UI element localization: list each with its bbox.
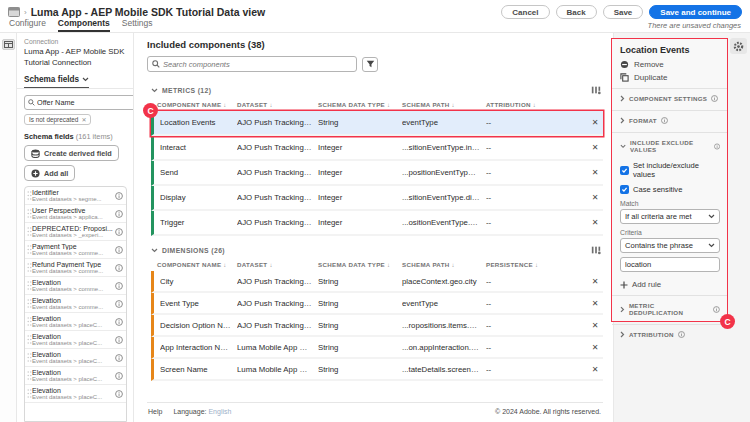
schema-field-item[interactable]: DEPRECATED: Proposi...Event datasets > _… (25, 223, 126, 241)
callout-c-panel: C (720, 314, 735, 329)
chevron-down-icon[interactable] (151, 248, 158, 253)
component-row[interactable]: Event TypeAJO Push Tracking Expe...Strin… (151, 293, 603, 315)
tab-configure[interactable]: Configure (9, 18, 46, 32)
column-header[interactable]: ATTRIBUTION↓ (486, 101, 587, 108)
components-filter-button[interactable] (362, 57, 378, 72)
info-icon[interactable] (115, 210, 123, 218)
info-icon[interactable] (115, 264, 123, 272)
component-row[interactable]: Screen NameLuma Mobile App Event...Strin… (151, 359, 603, 381)
column-settings-icon[interactable] (591, 85, 601, 95)
format-section[interactable]: FORMAT (620, 111, 720, 126)
add-rule-button[interactable]: Add rule (620, 280, 720, 289)
column-header[interactable]: SCHEMA PATH↓ (402, 101, 486, 108)
case-sensitive-checkbox[interactable]: Case sensitive (620, 185, 720, 194)
schema-field-item[interactable]: User PerspectiveEvent datasets > applica… (25, 205, 126, 223)
info-icon[interactable] (115, 192, 123, 200)
schema-field-item[interactable]: Payment TypeEvent datasets > comme... (25, 241, 126, 259)
remove-component-icon[interactable]: ✕ (587, 193, 603, 202)
column-header[interactable]: PERSISTENCE↓ (486, 261, 587, 268)
chevron-down-icon[interactable] (151, 88, 158, 93)
schema-field-item[interactable]: ElevationEvent datasets > comme... (25, 277, 126, 295)
chevron-down-icon (82, 77, 89, 82)
column-header[interactable]: DATASET↓ (237, 101, 318, 108)
remove-component-icon[interactable]: ✕ (587, 143, 603, 152)
column-header[interactable]: COMPONENT NAME↓ (157, 101, 237, 108)
info-icon[interactable] (115, 390, 123, 398)
info-icon[interactable] (115, 246, 123, 254)
include-exclude-section[interactable]: INCLUDE EXCLUDE VALUES (620, 133, 720, 155)
info-icon[interactable] (115, 318, 123, 326)
chevron-right-icon (620, 331, 625, 338)
tab-components[interactable]: Components (58, 18, 110, 32)
attribution-section[interactable]: ATTRIBUTION (620, 325, 720, 340)
remove-component-icon[interactable]: ✕ (587, 299, 603, 308)
remove-component-icon[interactable]: ✕ (587, 321, 603, 330)
duplicate-label: Duplicate (634, 73, 667, 82)
create-derived-field-button[interactable]: Create derived field (24, 145, 119, 161)
column-header[interactable]: SCHEMA DATA TYPE↓ (318, 261, 402, 268)
tab-settings[interactable]: Settings (122, 18, 153, 32)
remove-chip-icon[interactable]: ✕ (81, 116, 86, 123)
info-icon[interactable] (115, 228, 123, 236)
remove-component-icon[interactable]: ✕ (587, 277, 603, 286)
schema-field-item[interactable]: ElevationEvent datasets > comme... (25, 295, 126, 313)
column-header[interactable]: SCHEMA DATA TYPE↓ (318, 101, 402, 108)
schema-field-item[interactable]: ElevationEvent datasets > placeC... (25, 313, 126, 331)
schema-field-list: IdentifierEvent datasets > segme...User … (24, 186, 127, 422)
component-row[interactable]: InteractAJO Push Tracking Expe...Integer… (151, 136, 603, 161)
component-row[interactable]: DisplayAJO Push Tracking Expe...Integer.… (151, 186, 603, 211)
info-icon (713, 306, 720, 313)
match-select[interactable]: If all criteria are met (620, 209, 720, 224)
duplicate-component-button[interactable]: Duplicate (620, 73, 720, 82)
info-icon[interactable] (115, 336, 123, 344)
info-icon[interactable] (115, 354, 123, 362)
remove-component-icon[interactable]: ✕ (587, 118, 603, 127)
component-row[interactable]: SendAJO Push Tracking Expe...Integer...p… (151, 161, 603, 186)
schema-field-item[interactable]: IdentifierEvent datasets > segme... (25, 187, 126, 205)
settings-gear-button[interactable] (730, 38, 747, 54)
schema-field-item[interactable]: ElevationEvent datasets > placeC... (25, 367, 126, 385)
data-views-rail-icon[interactable] (2, 39, 15, 50)
schema-field-item[interactable]: ElevationEvent datasets > placeC... (25, 385, 126, 403)
column-header[interactable]: DATASET↓ (237, 261, 318, 268)
column-header[interactable]: SCHEMA PATH↓ (402, 261, 486, 268)
help-link[interactable]: Help (148, 408, 162, 415)
schema-field-item[interactable]: Refund Payment TypeEvent datasets > comm… (25, 259, 126, 277)
info-icon[interactable] (115, 372, 123, 380)
info-icon[interactable] (115, 300, 123, 308)
component-row[interactable]: App Interaction NameLuma Mobile App Even… (151, 337, 603, 359)
component-row[interactable]: Decision Option NameAJO Push Tracking Ex… (151, 315, 603, 337)
criteria-select[interactable]: Contains the phrase (620, 238, 720, 253)
column-settings-icon[interactable] (591, 245, 601, 255)
field-name: Elevation (32, 297, 115, 304)
language-value[interactable]: English (208, 408, 231, 415)
set-include-exclude-checkbox[interactable]: Set include/exclude values (620, 161, 720, 179)
filter-chip-not-deprecated[interactable]: Is not deprecated ✕ (24, 114, 91, 125)
back-button[interactable]: Back (556, 5, 597, 19)
components-search-input[interactable] (163, 60, 352, 69)
component-row[interactable]: CityAJO Push Tracking Expe...Stringplace… (151, 271, 603, 293)
unsaved-changes-note: There are unsaved changes (648, 21, 741, 32)
remove-component-icon[interactable]: ✕ (587, 168, 603, 177)
save-and-continue-button[interactable]: Save and continue (649, 5, 742, 19)
schema-search-input[interactable] (37, 98, 131, 107)
schema-field-item[interactable]: ElevationEvent datasets > placeC... (25, 331, 126, 349)
schema-field-item[interactable]: ElevationEvent datasets > placeC... (25, 349, 126, 367)
metric-deduplication-section[interactable]: METRIC DEDUPLICATION (620, 296, 720, 318)
component-settings-section[interactable]: COMPONENT SETTINGS (620, 89, 720, 104)
column-header[interactable]: COMPONENT NAME↓ (157, 261, 237, 268)
remove-component-icon[interactable]: ✕ (587, 365, 603, 374)
remove-component-button[interactable]: Remove (620, 60, 720, 69)
component-row[interactable]: TriggerAJO Push Tracking Expe...Integer.… (151, 211, 603, 236)
remove-component-icon[interactable]: ✕ (587, 218, 603, 227)
info-icon[interactable] (115, 282, 123, 290)
language-setting[interactable]: Language: English (173, 408, 231, 415)
match-select-value: If all criteria are met (625, 212, 692, 221)
component-row[interactable]: Location EventsAJO Push Tracking Expe...… (151, 111, 603, 136)
remove-component-icon[interactable]: ✕ (587, 343, 603, 352)
add-all-button[interactable]: Add all (24, 165, 75, 181)
schema-fields-dropdown[interactable]: Schema fields (24, 75, 89, 89)
save-button[interactable]: Save (603, 5, 644, 19)
cancel-button[interactable]: Cancel (501, 5, 549, 19)
criteria-value-input[interactable] (625, 260, 715, 269)
